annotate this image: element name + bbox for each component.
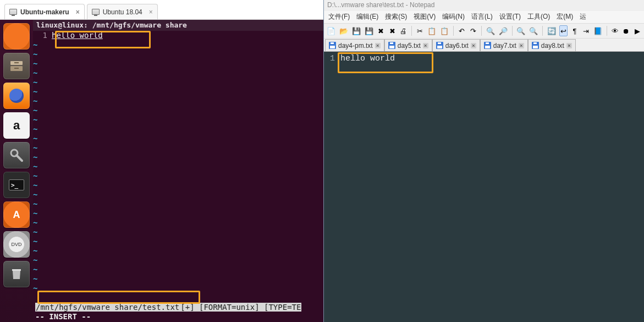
trash-icon[interactable]: [3, 261, 30, 287]
toolbar-separator: [512, 26, 513, 36]
npp-menu-item[interactable]: 视图(V): [411, 12, 438, 22]
save-icon[interactable]: 💾: [351, 25, 361, 36]
npp-menubar: 文件(F)编辑(E)搜索(S)视图(V)编码(N)语言(L)设置(T)工具(O)…: [324, 11, 644, 23]
print-icon[interactable]: 🖨: [399, 25, 408, 36]
npp-tab-label: day7.txt: [493, 42, 516, 50]
floppy-icon: [329, 42, 336, 49]
vim-tilde-column: ~~~~~~~~~~~~~~~~~~~~~~~~~~~: [33, 40, 41, 302]
zoom-out-icon[interactable]: 🔍: [529, 25, 538, 36]
copy-icon[interactable]: 📋: [427, 25, 437, 36]
close-icon[interactable]: ×: [423, 43, 428, 48]
rec-icon[interactable]: ⏺: [622, 25, 630, 36]
close-icon[interactable]: ✖: [377, 25, 385, 36]
software-updater-icon[interactable]: A: [3, 201, 30, 228]
npp-menu-item[interactable]: 搜索(S): [383, 12, 409, 22]
close-all-icon[interactable]: ✖: [388, 25, 396, 36]
npp-menu-item[interactable]: 工具(O): [525, 12, 552, 22]
replace-icon[interactable]: 🔎: [498, 25, 508, 36]
paste-icon[interactable]: 📋: [439, 25, 449, 36]
toolbar-separator: [607, 26, 607, 36]
ubuntu-vm-pane: Ubuntu-makeru × Ubuntu 18.04 × a >_ A DV…: [0, 0, 324, 322]
vim-file-path: /mnt/hgfs/vmware share/test.txt: [35, 303, 180, 312]
new-icon[interactable]: 📄: [326, 25, 336, 36]
redo-icon[interactable]: ↷: [469, 25, 477, 36]
gear-wrench-icon: [9, 148, 24, 163]
terminal-icon[interactable]: >_: [3, 172, 30, 198]
vm-tab-ubuntu-1804[interactable]: Ubuntu 18.04 ×: [87, 4, 158, 19]
npp-tab[interactable]: day4-pm.txt×: [325, 39, 384, 51]
monitor-icon: [92, 9, 100, 15]
vim-text-content[interactable]: hello world: [52, 31, 323, 302]
svg-rect-2: [14, 62, 19, 63]
npp-menu-item[interactable]: 运: [577, 12, 588, 22]
line-number: 1: [324, 54, 335, 64]
vim-window[interactable]: linux@linux: /mnt/hgfs/vmware share 1 ~~…: [33, 20, 323, 322]
npp-text-content[interactable]: hello world: [340, 54, 395, 64]
open-icon[interactable]: 📂: [339, 25, 349, 36]
toolbar-separator: [453, 26, 454, 36]
close-icon[interactable]: ×: [149, 8, 153, 16]
toolbar-separator: [542, 26, 543, 36]
close-icon[interactable]: ×: [519, 43, 524, 48]
lang-icon[interactable]: 📘: [593, 25, 603, 36]
toolbar-separator: [411, 26, 412, 36]
vim-file-flags: [+] [FORMAT=unix] [TYPE=TE: [180, 303, 301, 312]
wrap-icon[interactable]: ↩: [559, 25, 568, 36]
toolbar-separator: [481, 26, 482, 36]
vim-buffer[interactable]: 1 ~~~~~~~~~~~~~~~~~~~~~~~~~~~ hello worl…: [33, 31, 323, 302]
drawer-icon: [9, 60, 24, 72]
svg-rect-3: [14, 68, 19, 69]
vm-tabbar: Ubuntu-makeru × Ubuntu 18.04 ×: [0, 0, 323, 20]
npp-tab-label: day8.txt: [541, 42, 564, 50]
vm-tab-label: Ubuntu 18.04: [103, 8, 142, 16]
vm-tab-ubuntu-makeru[interactable]: Ubuntu-makeru ×: [4, 4, 85, 19]
npp-line-gutter: 1: [324, 52, 337, 322]
firefox-icon[interactable]: [3, 83, 30, 109]
play-icon[interactable]: ▶: [634, 25, 642, 36]
save-all-icon[interactable]: 💾: [364, 25, 374, 36]
find-icon[interactable]: 🔍: [486, 25, 496, 36]
sync-icon[interactable]: 🔄: [547, 25, 557, 36]
npp-tab[interactable]: day8.txt×: [528, 39, 576, 51]
indent-icon[interactable]: ⇥: [582, 25, 590, 36]
amazon-icon[interactable]: a: [3, 112, 30, 139]
npp-editor[interactable]: 1 hello world: [324, 52, 644, 322]
npp-menu-item[interactable]: 设置(T): [497, 12, 523, 22]
bin-icon: [10, 268, 23, 281]
vm-tab-label: Ubuntu-makeru: [20, 8, 69, 16]
npp-menu-item[interactable]: 宏(M): [554, 12, 575, 22]
show-all-icon[interactable]: ¶: [570, 25, 579, 36]
cut-icon[interactable]: ✂: [416, 25, 424, 36]
close-icon[interactable]: ×: [375, 43, 381, 48]
dash-icon[interactable]: [3, 23, 30, 50]
npp-tab[interactable]: day7.txt×: [480, 39, 528, 51]
monitor-icon[interactable]: 👁: [611, 25, 619, 36]
floppy-icon: [388, 42, 395, 49]
npp-toolbar: 📄📂💾💾✖✖🖨✂📋📋↶↷🔍🔎🔍🔍🔄↩¶⇥📘👁⏺▶: [324, 23, 644, 39]
close-icon[interactable]: ×: [471, 43, 476, 48]
npp-tab[interactable]: day6.txt×: [432, 39, 480, 51]
npp-tab-label: day5.txt: [398, 42, 421, 50]
npp-menu-item[interactable]: 编辑(E): [354, 12, 381, 22]
settings-icon[interactable]: [3, 142, 30, 168]
disc-icon[interactable]: DVD: [3, 231, 30, 258]
terminal-title: linux@linux: /mnt/hgfs/vmware share: [33, 20, 323, 31]
files-icon[interactable]: [3, 53, 30, 79]
close-icon[interactable]: ×: [566, 43, 572, 48]
npp-menu-item[interactable]: 语言(L): [469, 12, 495, 22]
npp-tab-label: day4-pm.txt: [338, 42, 373, 50]
ubuntu-desktop: a >_ A DVD linux@linux: /mnt/hgfs/vmware…: [0, 20, 323, 322]
npp-menu-item[interactable]: 编码(N): [440, 12, 467, 22]
floppy-icon: [484, 42, 491, 49]
notepadpp-pane: D:\...vmware share\test.txt - Notepad 文件…: [324, 0, 644, 322]
svg-rect-5: [12, 269, 21, 271]
zoom-in-icon[interactable]: 🔍: [516, 25, 526, 36]
line-number: 1: [33, 31, 47, 40]
npp-tab-label: day6.txt: [445, 42, 469, 50]
undo-icon[interactable]: ↶: [458, 25, 466, 36]
npp-menu-item[interactable]: 文件(F): [326, 12, 352, 22]
close-icon[interactable]: ×: [76, 8, 80, 16]
npp-tab[interactable]: day5.txt×: [384, 39, 432, 51]
monitor-icon: [9, 9, 17, 15]
npp-titlebar: D:\...vmware share\test.txt - Notepad: [324, 0, 644, 11]
